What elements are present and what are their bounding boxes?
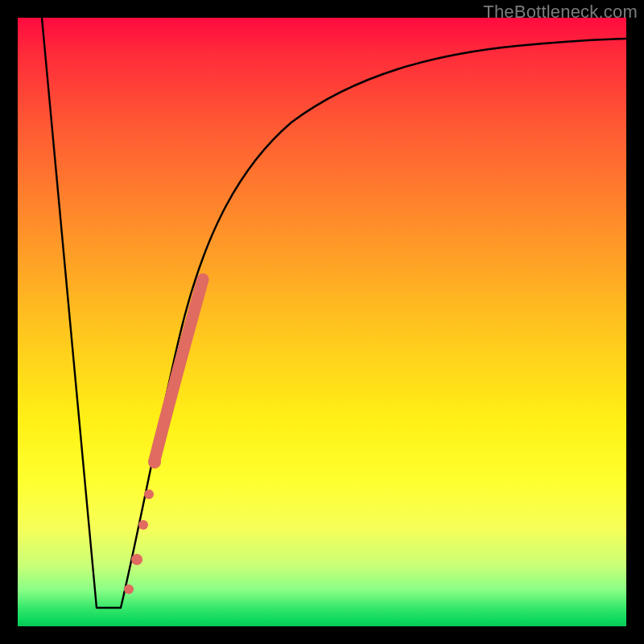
plot-area: [18, 18, 626, 626]
dot-3: [138, 520, 148, 530]
dot-1: [124, 584, 134, 594]
dot-5: [148, 456, 161, 469]
plot-svg: [18, 18, 626, 626]
dot-2: [131, 554, 142, 565]
chart-stage: TheBottleneck.com: [0, 0, 644, 644]
highlight-segment: [155, 279, 203, 460]
watermark-text: TheBottleneck.com: [483, 2, 638, 23]
dot-4: [144, 489, 154, 499]
curve-main: [42, 18, 626, 608]
